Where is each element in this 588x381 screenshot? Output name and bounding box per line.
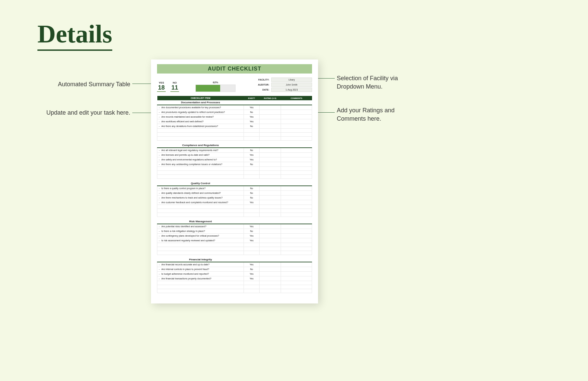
comments-cell[interactable]: [281, 233, 312, 238]
empty-cell[interactable]: [157, 281, 244, 285]
rating-cell[interactable]: [259, 157, 281, 162]
empty-cell[interactable]: [157, 247, 244, 251]
comments-cell[interactable]: [281, 238, 312, 243]
auditor-field[interactable]: John Smith: [271, 83, 312, 87]
exist-cell[interactable]: No: [244, 229, 259, 233]
exist-cell[interactable]: No: [244, 195, 259, 200]
checklist-item-text[interactable]: –Are all relevant legal and regulatory r…: [157, 148, 244, 152]
empty-cell[interactable]: [157, 285, 244, 289]
rating-cell[interactable]: [259, 124, 281, 128]
exist-cell[interactable]: No: [244, 186, 259, 190]
exist-cell[interactable]: Yes: [244, 157, 259, 162]
empty-cell[interactable]: [157, 170, 244, 174]
empty-cell[interactable]: [157, 289, 244, 293]
rating-cell[interactable]: [259, 271, 281, 276]
exist-cell[interactable]: No: [244, 124, 259, 128]
comments-cell[interactable]: [281, 114, 312, 119]
comments-cell[interactable]: [281, 124, 312, 128]
rating-cell[interactable]: [259, 186, 281, 190]
rating-cell[interactable]: [259, 105, 281, 110]
checklist-item-text[interactable]: –Are licenses and permits up-to-date and…: [157, 152, 244, 157]
comments-cell[interactable]: [281, 276, 312, 281]
rating-cell[interactable]: [259, 190, 281, 195]
empty-cell[interactable]: [157, 136, 244, 140]
rating-cell[interactable]: [259, 148, 281, 152]
comments-cell[interactable]: [281, 267, 312, 271]
comments-cell[interactable]: [281, 105, 312, 110]
rating-cell[interactable]: [259, 119, 281, 124]
checklist-item-text[interactable]: –Are procedures regularly updated to ref…: [157, 110, 244, 114]
checklist-item-text[interactable]: –Are contingency plans developed for cri…: [157, 233, 244, 238]
checklist-item-text[interactable]: –Are internal controls in place to preve…: [157, 267, 244, 271]
empty-cell[interactable]: [157, 174, 244, 178]
checklist-item-text[interactable]: –Are customer feedback and complaints mo…: [157, 200, 244, 205]
empty-cell[interactable]: [157, 213, 244, 217]
exist-cell[interactable]: Yes: [244, 262, 259, 267]
rating-cell[interactable]: [259, 195, 281, 200]
checklist-item-text[interactable]: –Are records maintained and accessible f…: [157, 114, 244, 119]
exist-cell[interactable]: Yes: [244, 105, 259, 110]
rating-cell[interactable]: [259, 233, 281, 238]
comments-cell[interactable]: [281, 190, 312, 195]
comments-cell[interactable]: [281, 157, 312, 162]
comments-cell[interactable]: [281, 195, 312, 200]
checklist-item-text[interactable]: –Are there any outstanding compliance is…: [157, 162, 244, 166]
checklist-item-text[interactable]: –Is budget adherence monitored and repor…: [157, 271, 244, 276]
rating-cell[interactable]: [259, 276, 281, 281]
date-field[interactable]: 1-Aug-2023: [271, 88, 312, 92]
exist-cell[interactable]: Yes: [244, 114, 259, 119]
comments-cell[interactable]: [281, 200, 312, 205]
comments-cell[interactable]: [281, 162, 312, 166]
checklist-item-text[interactable]: –Are quality standards clearly defined a…: [157, 190, 244, 195]
checklist-item-text[interactable]: –Are documented procedures available for…: [157, 105, 244, 110]
rating-cell[interactable]: [259, 262, 281, 267]
exist-cell[interactable]: No: [244, 190, 259, 195]
rating-cell[interactable]: [259, 110, 281, 114]
checklist-item-text[interactable]: –Is risk assessment regularly reviewed a…: [157, 238, 244, 243]
exist-cell[interactable]: No: [244, 162, 259, 166]
exist-cell[interactable]: Yes: [244, 238, 259, 243]
empty-cell[interactable]: [157, 166, 244, 170]
empty-cell[interactable]: [157, 251, 244, 255]
rating-cell[interactable]: [259, 267, 281, 271]
exist-cell[interactable]: No: [244, 110, 259, 114]
exist-cell[interactable]: No: [244, 148, 259, 152]
rating-cell[interactable]: [259, 229, 281, 233]
rating-cell[interactable]: [259, 152, 281, 157]
exist-cell[interactable]: No: [244, 267, 259, 271]
comments-cell[interactable]: [281, 110, 312, 114]
exist-cell[interactable]: Yes: [244, 119, 259, 124]
checklist-item-text[interactable]: –Are financial transactions properly doc…: [157, 276, 244, 281]
checklist-item-text[interactable]: –Are there mechanisms to track and addre…: [157, 195, 244, 200]
exist-cell[interactable]: Yes: [244, 224, 259, 229]
checklist-item-text[interactable]: –Is there a quality control program in p…: [157, 186, 244, 190]
rating-cell[interactable]: [259, 238, 281, 243]
rating-cell[interactable]: [259, 224, 281, 229]
exist-cell[interactable]: Yes: [244, 276, 259, 281]
exist-cell[interactable]: Yes: [244, 271, 259, 276]
comments-cell[interactable]: [281, 271, 312, 276]
checklist-item-text[interactable]: –Are financial records accurate and up-t…: [157, 262, 244, 267]
comments-cell[interactable]: [281, 119, 312, 124]
comments-cell[interactable]: [281, 148, 312, 152]
empty-cell[interactable]: [157, 243, 244, 247]
checklist-item-text[interactable]: –Are safety and environmental regulation…: [157, 157, 244, 162]
comments-cell[interactable]: [281, 229, 312, 233]
empty-cell[interactable]: [157, 132, 244, 136]
comments-cell[interactable]: [281, 224, 312, 229]
rating-cell[interactable]: [259, 114, 281, 119]
exist-cell[interactable]: Yes: [244, 233, 259, 238]
comments-cell[interactable]: [281, 186, 312, 190]
checklist-item-text[interactable]: –Is there a risk mitigation strategy in …: [157, 229, 244, 233]
facility-dropdown[interactable]: Libary: [271, 78, 312, 82]
exist-cell[interactable]: Yes: [244, 200, 259, 205]
checklist-item-text[interactable]: –Are workflows efficient and well-define…: [157, 119, 244, 124]
empty-cell[interactable]: [157, 205, 244, 209]
empty-cell[interactable]: [157, 209, 244, 213]
rating-cell[interactable]: [259, 162, 281, 166]
rating-cell[interactable]: [259, 200, 281, 205]
empty-cell[interactable]: [157, 128, 244, 132]
checklist-item-text[interactable]: –Are potential risks identified and asse…: [157, 224, 244, 229]
comments-cell[interactable]: [281, 152, 312, 157]
comments-cell[interactable]: [281, 262, 312, 267]
